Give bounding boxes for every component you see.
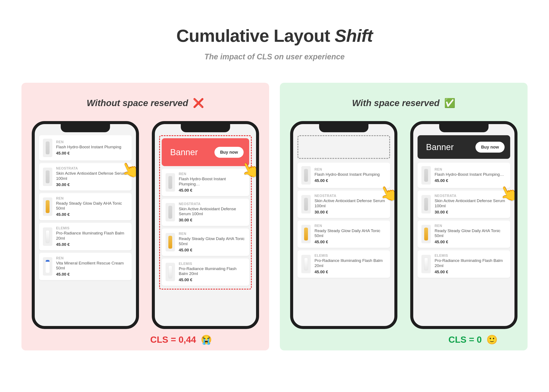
phone-notch (61, 124, 110, 132)
cross-icon: ❌ (193, 98, 204, 108)
product-brand: NEOSTRATA (56, 167, 128, 170)
product-thumb (301, 225, 311, 243)
product-price: 45.00 € (315, 270, 386, 274)
list-item[interactable]: ELEMIS Pro-Radiance Illuminating Flash B… (418, 250, 510, 278)
product-price: 30.00 € (56, 182, 128, 187)
product-name: Pro-Radiance Illuminating Flash Balm 20m… (179, 266, 245, 276)
product-name: Flash Hydro-Boost Instant Plumping… (179, 176, 245, 187)
product-price: 45.00 € (435, 270, 506, 274)
check-icon: ✅ (444, 98, 455, 108)
product-thumb (43, 197, 52, 216)
smile-icon: 🙂 (486, 335, 498, 345)
list-item[interactable]: REN Flash Hydro-Boost Instant Plumping 4… (39, 135, 132, 161)
product-brand: REN (56, 256, 128, 260)
list-item[interactable]: REN Flash Hydro-Boost Instant Plumping… … (418, 163, 510, 188)
phone-notch (181, 124, 230, 132)
product-name: Ready Steady Glow Daily AHA Tonic 50ml (179, 236, 245, 246)
product-brand: ELEMIS (315, 254, 386, 258)
product-brand: REN (179, 172, 245, 176)
product-name: Flash Hydro-Boost Instant Plumping (315, 172, 386, 177)
panels-row: Without space reserved ❌ REN Flash Hydro… (17, 83, 532, 350)
product-thumb (421, 166, 431, 184)
cls-value: CLS = 0,44 (150, 335, 196, 345)
product-thumb (165, 173, 175, 192)
product-price: 45.00 € (179, 188, 245, 193)
product-brand: REN (315, 224, 386, 228)
phone-bad-before: REN Flash Hydro-Boost Instant Plumping 4… (32, 121, 139, 329)
panel-without-space: Without space reserved ❌ REN Flash Hydro… (21, 83, 269, 350)
list-item[interactable]: ELEMIS Pro-Radiance Illuminating Flash B… (39, 223, 132, 250)
list-item[interactable]: REN Ready Steady Glow Daily AHA Tonic 50… (162, 229, 249, 256)
page-title: Cumulative Layout Shift (17, 26, 532, 46)
product-name: Skin Active Antioxidant Defense Serum 10… (56, 171, 128, 181)
buy-now-button[interactable]: Buy now (214, 147, 243, 158)
panel-bad-title: Without space reserved ❌ (30, 98, 261, 108)
product-thumb (421, 255, 431, 273)
phone-notch (439, 124, 489, 132)
product-thumb (43, 168, 52, 186)
list-item[interactable]: REN Ready Steady Glow Daily AHA Tonic 50… (298, 221, 390, 248)
product-price: 30.00 € (315, 210, 386, 215)
product-brand: ELEMIS (179, 262, 245, 266)
panel-with-space: With space reserved ✅ REN Flash Hydro-Bo… (280, 83, 528, 350)
list-item[interactable]: NEOSTRATA Skin Active Antioxidant Defens… (39, 163, 132, 190)
product-price: 45.00 € (56, 242, 128, 247)
product-price: 45.00 € (179, 248, 245, 252)
list-item[interactable]: NEOSTRATA Skin Active Antioxidant Defens… (162, 199, 249, 226)
product-name: Pro-Radiance Illuminating Flash Balm 20m… (315, 258, 386, 268)
product-price: 45.00 € (315, 240, 386, 244)
product-name: Flash Hydro-Boost Instant Plumping (56, 144, 128, 150)
product-brand: NEOSTRATA (179, 202, 245, 206)
product-thumb (301, 255, 311, 273)
product-thumb (165, 263, 175, 281)
list-item[interactable]: REN Vita Mineral Emollient Rescue Cream … (39, 253, 132, 280)
product-price: 30.00 € (435, 210, 506, 215)
product-price: 45.00 € (435, 178, 506, 183)
list-item[interactable]: NEOSTRATA Skin Active Antioxidant Defens… (418, 190, 510, 218)
product-brand: ELEMIS (435, 254, 506, 258)
product-thumb (165, 203, 175, 221)
banner[interactable]: Banner Buy now (162, 138, 249, 166)
product-brand: REN (56, 140, 128, 144)
product-brand: NEOSTRATA (315, 194, 386, 198)
cls-score-good: CLS = 0 🙂 (449, 334, 498, 345)
panel-good-heading: With space reserved (352, 98, 440, 108)
crying-icon: 😭 (201, 335, 212, 345)
product-price: 30.00 € (179, 218, 245, 223)
product-brand: REN (179, 232, 245, 236)
list-item[interactable]: ELEMIS Pro-Radiance Illuminating Flash B… (298, 250, 390, 278)
product-price: 45.00 € (56, 212, 128, 217)
product-thumb (301, 195, 311, 213)
product-name: Pro-Radiance Illuminating Flash Balm 20m… (56, 231, 128, 241)
product-name: Ready Steady Glow Daily AHA Tonic 50ml (56, 201, 128, 211)
cls-value: CLS = 0 (449, 335, 482, 345)
product-thumb (43, 227, 52, 246)
product-thumb (301, 166, 311, 184)
title-text: Cumulative Layout (176, 26, 335, 45)
product-thumb (43, 139, 52, 157)
product-name: Pro-Radiance Illuminating Flash Balm 20m… (435, 258, 506, 268)
list-item[interactable]: REN Flash Hydro-Boost Instant Plumping 4… (298, 163, 390, 188)
product-name: Skin Active Antioxidant Defense Serum 10… (435, 198, 506, 209)
list-item[interactable]: REN Ready Steady Glow Daily AHA Tonic 50… (39, 193, 132, 221)
product-price: 45.00 € (179, 278, 245, 282)
title-italic: Shift (335, 26, 373, 45)
product-brand: REN (435, 168, 506, 171)
banner[interactable]: Banner Buy now (418, 135, 510, 159)
phone-notch (319, 124, 368, 132)
product-brand: NEOSTRATA (435, 194, 506, 198)
list-item[interactable]: REN Flash Hydro-Boost Instant Plumping… … (162, 169, 249, 196)
panel-bad-heading: Without space reserved (87, 98, 188, 108)
phone-good-after: Banner Buy now REN Flash Hydro-Boost Ins… (410, 121, 517, 329)
list-item[interactable]: ELEMIS Pro-Radiance Illuminating Flash B… (162, 259, 249, 286)
product-price: 45.00 € (435, 240, 506, 244)
list-item[interactable]: NEOSTRATA Skin Active Antioxidant Defens… (298, 190, 390, 218)
product-price: 45.00 € (56, 272, 128, 277)
product-name: Ready Steady Glow Daily AHA Tonic 50ml (435, 228, 506, 238)
product-price: 45.00 € (315, 178, 386, 183)
product-brand: REN (435, 224, 506, 228)
product-name: Skin Active Antioxidant Defense Serum 10… (179, 206, 245, 217)
list-item[interactable]: REN Ready Steady Glow Daily AHA Tonic 50… (418, 221, 510, 248)
buy-now-button[interactable]: Buy now (475, 142, 504, 153)
product-thumb (421, 195, 431, 213)
